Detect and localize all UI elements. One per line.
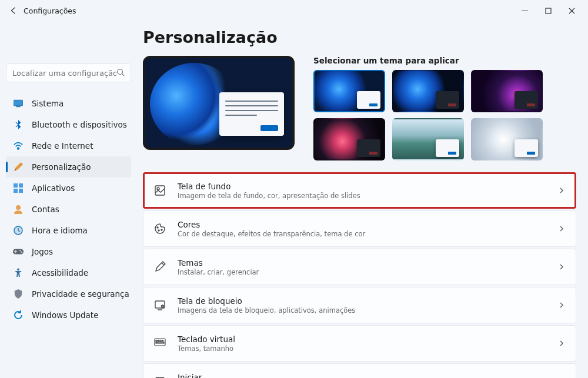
sidebar-item-accounts[interactable]: Contas bbox=[6, 199, 131, 220]
accounts-icon bbox=[13, 204, 24, 215]
sidebar-item-network[interactable]: Rede e Internet bbox=[6, 135, 131, 156]
system-icon bbox=[13, 98, 24, 109]
sidebar-item-label: Aplicativos bbox=[32, 183, 75, 193]
svg-point-15 bbox=[21, 252, 23, 253]
chevron-right-icon bbox=[558, 262, 565, 273]
theme-section-title: Selecionar um tema para aplicar bbox=[313, 56, 543, 65]
theme-tile-2[interactable] bbox=[392, 70, 464, 112]
sidebar-item-label: Privacidade e segurança bbox=[32, 289, 129, 299]
gaming-icon bbox=[13, 246, 24, 257]
theme-tile-1[interactable] bbox=[313, 70, 385, 112]
setting-subtitle: Imagem de tela de fundo, cor, apresentaç… bbox=[178, 192, 558, 200]
setting-subtitle: Imagens da tela de bloqueio, aplicativos… bbox=[178, 306, 558, 315]
setting-icon bbox=[154, 337, 166, 349]
sidebar-item-personalization[interactable]: Personalização bbox=[6, 156, 131, 178]
svg-rect-3 bbox=[14, 100, 22, 106]
svg-rect-25 bbox=[156, 340, 157, 342]
sidebar-item-label: Contas bbox=[32, 205, 59, 214]
setting-title: Cores bbox=[178, 220, 558, 229]
window-controls bbox=[513, 2, 583, 19]
setting-item[interactable]: Tela de fundoImagem de tela de fundo, co… bbox=[143, 172, 576, 209]
setting-title: Tela de bloqueio bbox=[178, 296, 558, 306]
sidebar-item-time[interactable]: Hora e idioma bbox=[6, 220, 131, 241]
apps-icon bbox=[13, 183, 24, 193]
setting-title: Tela de fundo bbox=[178, 182, 558, 191]
svg-rect-30 bbox=[158, 342, 162, 343]
setting-item[interactable]: TemasInstalar, criar, gerenciar bbox=[143, 249, 576, 285]
personalization-icon bbox=[13, 162, 24, 172]
time-icon bbox=[13, 225, 24, 236]
svg-rect-1 bbox=[546, 8, 551, 14]
svg-point-20 bbox=[158, 230, 159, 231]
privacy-icon bbox=[13, 289, 24, 299]
sidebar-item-update[interactable]: Windows Update bbox=[6, 305, 131, 326]
sidebar-item-gaming[interactable]: Jogos bbox=[6, 241, 131, 262]
sidebar-item-bluetooth[interactable]: Bluetooth e dispositivos bbox=[6, 114, 131, 135]
svg-rect-27 bbox=[160, 340, 161, 342]
theme-tile-5[interactable] bbox=[392, 118, 464, 160]
svg-rect-8 bbox=[14, 189, 18, 193]
search-icon bbox=[116, 68, 125, 79]
window-title: Configurações bbox=[24, 6, 76, 15]
sidebar-item-accessibility[interactable]: Acessibilidade bbox=[6, 262, 131, 283]
search-box[interactable] bbox=[6, 63, 131, 82]
setting-item[interactable]: Tela de bloqueioImagens da tela de bloqu… bbox=[143, 287, 576, 323]
setting-icon bbox=[154, 185, 166, 196]
titlebar: Configurações bbox=[0, 0, 588, 21]
svg-rect-29 bbox=[156, 342, 157, 343]
setting-subtitle: Temas, tamanho bbox=[178, 344, 558, 353]
close-button[interactable] bbox=[560, 2, 583, 19]
chevron-right-icon bbox=[558, 300, 565, 311]
svg-rect-0 bbox=[522, 11, 528, 11]
setting-icon bbox=[154, 299, 166, 311]
theme-tile-4[interactable] bbox=[313, 118, 385, 160]
svg-rect-9 bbox=[19, 189, 23, 193]
theme-tile-6[interactable] bbox=[471, 118, 543, 160]
setting-title: Teclado virtual bbox=[178, 334, 558, 344]
svg-point-19 bbox=[157, 227, 158, 228]
theme-tile-3[interactable] bbox=[471, 70, 543, 112]
svg-rect-26 bbox=[158, 340, 159, 342]
sidebar-item-label: Bluetooth e dispositivos bbox=[32, 120, 127, 129]
sidebar-item-label: Sistema bbox=[32, 99, 64, 108]
svg-rect-4 bbox=[16, 106, 20, 107]
setting-item[interactable]: IniciarItens e aplicativos recentes, pas… bbox=[143, 363, 576, 378]
setting-icon bbox=[154, 223, 166, 235]
sidebar-item-label: Personalização bbox=[32, 162, 91, 172]
chevron-right-icon bbox=[558, 223, 565, 235]
svg-rect-17 bbox=[155, 186, 165, 195]
search-input[interactable] bbox=[12, 69, 116, 78]
sidebar: SistemaBluetooth e dispositivosRede e In… bbox=[0, 21, 138, 378]
chevron-right-icon bbox=[558, 185, 565, 196]
sidebar-item-apps[interactable]: Aplicativos bbox=[6, 178, 131, 199]
bluetooth-icon bbox=[13, 119, 24, 130]
sidebar-item-label: Rede e Internet bbox=[32, 141, 93, 150]
svg-rect-28 bbox=[162, 340, 163, 342]
minimize-button[interactable] bbox=[513, 2, 536, 19]
desktop-preview bbox=[143, 56, 295, 150]
setting-item[interactable]: CoresCor de destaque, efeitos de transpa… bbox=[143, 210, 576, 247]
svg-point-21 bbox=[161, 229, 162, 230]
svg-point-14 bbox=[19, 250, 21, 252]
svg-rect-7 bbox=[19, 183, 23, 188]
setting-icon bbox=[154, 376, 166, 378]
sidebar-item-label: Jogos bbox=[32, 247, 53, 256]
setting-item[interactable]: Teclado virtualTemas, tamanho bbox=[143, 325, 576, 362]
setting-subtitle: Instalar, criar, gerenciar bbox=[178, 268, 558, 276]
maximize-button[interactable] bbox=[536, 2, 560, 19]
sidebar-item-privacy[interactable]: Privacidade e segurança bbox=[6, 283, 131, 305]
chevron-right-icon bbox=[558, 338, 565, 349]
main-content: Personalização Selecionar um tema para a… bbox=[138, 21, 588, 378]
sidebar-item-system[interactable]: Sistema bbox=[6, 93, 131, 114]
page-title: Personalização bbox=[143, 28, 576, 46]
svg-point-2 bbox=[118, 69, 123, 74]
network-icon bbox=[13, 141, 24, 151]
sidebar-item-label: Windows Update bbox=[32, 310, 98, 320]
update-icon bbox=[13, 310, 24, 320]
theme-chooser: Selecionar um tema para aplicar bbox=[313, 56, 543, 160]
svg-point-16 bbox=[17, 269, 19, 271]
svg-point-18 bbox=[157, 188, 159, 190]
sidebar-item-label: Hora e idioma bbox=[32, 226, 88, 235]
back-button[interactable] bbox=[5, 2, 21, 19]
setting-icon bbox=[154, 261, 166, 273]
